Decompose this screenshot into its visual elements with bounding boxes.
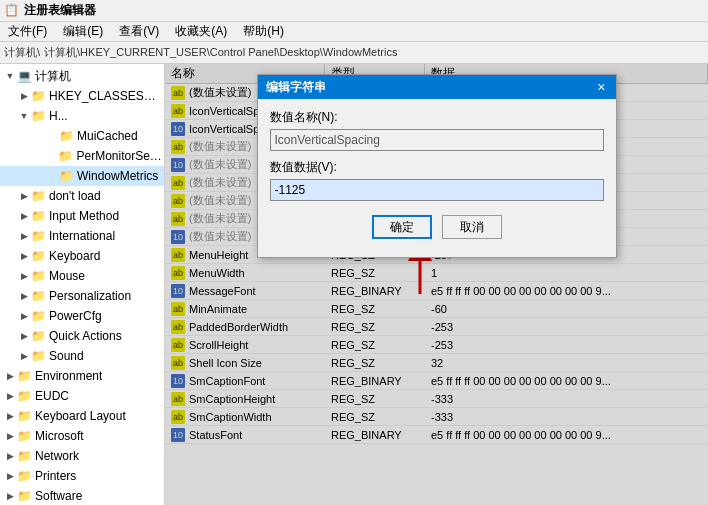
dialog-cancel-button[interactable]: 取消 xyxy=(442,215,502,239)
dialog-title: 编辑字符串 xyxy=(266,79,326,96)
folder-icon-11: 📁 xyxy=(30,289,46,303)
folder-icon-12: 📁 xyxy=(30,309,46,323)
tree-item-20[interactable]: ▶📁Printers xyxy=(0,466,164,486)
tree-arrow-2: ▼ xyxy=(18,110,30,122)
folder-icon-15: 📁 xyxy=(16,369,32,383)
tree-item-3[interactable]: 📁MuiCached xyxy=(0,126,164,146)
folder-icon-5: 📁 xyxy=(58,169,74,183)
tree-arrow-19: ▶ xyxy=(4,450,16,462)
tree-arrow-14: ▶ xyxy=(18,350,30,362)
menu-item-0[interactable]: 文件(F) xyxy=(4,23,51,40)
folder-icon-7: 📁 xyxy=(30,209,46,223)
dialog-name-input[interactable] xyxy=(270,129,604,151)
tree-item-11[interactable]: ▶📁Personalization xyxy=(0,286,164,306)
tree-arrow-7: ▶ xyxy=(18,210,30,222)
menu-item-1[interactable]: 编辑(E) xyxy=(59,23,107,40)
folder-icon-6: 📁 xyxy=(30,189,46,203)
tree-item-0[interactable]: ▼💻计算机 xyxy=(0,66,164,86)
tree-label-1: HKEY_CLASSES_ROOT xyxy=(49,87,162,105)
tree-label-10: Mouse xyxy=(49,267,85,285)
folder-icon-13: 📁 xyxy=(30,329,46,343)
tree-item-18[interactable]: ▶📁Microsoft xyxy=(0,426,164,446)
tree-label-5: WindowMetrics xyxy=(77,167,158,185)
tree-label-17: Keyboard Layout xyxy=(35,407,126,425)
tree-label-19: Network xyxy=(35,447,79,465)
dialog-ok-button[interactable]: 确定 xyxy=(372,215,432,239)
tree-arrow-17: ▶ xyxy=(4,410,16,422)
address-bar: 计算机\ 计算机\HKEY_CURRENT_USER\Control Panel… xyxy=(0,42,708,64)
tree-item-17[interactable]: ▶📁Keyboard Layout xyxy=(0,406,164,426)
folder-icon-20: 📁 xyxy=(16,469,32,483)
tree-item-9[interactable]: ▶📁Keyboard xyxy=(0,246,164,266)
tree-label-14: Sound xyxy=(49,347,84,365)
tree-label-2: H... xyxy=(49,107,68,125)
tree-item-5[interactable]: 📁WindowMetrics xyxy=(0,166,164,186)
app-icon: 📋 xyxy=(4,3,20,19)
title-bar: 📋 注册表编辑器 xyxy=(0,0,708,22)
menu-item-3[interactable]: 收藏夹(A) xyxy=(171,23,231,40)
folder-icon-17: 📁 xyxy=(16,409,32,423)
dialog-name-row: 数值名称(N): xyxy=(270,109,604,151)
tree-item-4[interactable]: 📁PerMonitorSettin xyxy=(0,146,164,166)
tree-arrow-9: ▶ xyxy=(18,250,30,262)
dialog-overlay: 编辑字符串 × 数值名称(N): 数值数据(V): 确定 取消 xyxy=(165,64,708,505)
tree-item-16[interactable]: ▶📁EUDC xyxy=(0,386,164,406)
tree-item-10[interactable]: ▶📁Mouse xyxy=(0,266,164,286)
window-title: 注册表编辑器 xyxy=(24,2,96,19)
tree-arrow-21: ▶ xyxy=(4,490,16,502)
tree-item-1[interactable]: ▶📁HKEY_CLASSES_ROOT xyxy=(0,86,164,106)
dialog-data-row: 数值数据(V): xyxy=(270,159,604,201)
tree-item-7[interactable]: ▶📁Input Method xyxy=(0,206,164,226)
folder-icon-18: 📁 xyxy=(16,429,32,443)
menu-item-4[interactable]: 帮助(H) xyxy=(239,23,288,40)
tree-label-7: Input Method xyxy=(49,207,119,225)
edit-string-dialog: 编辑字符串 × 数值名称(N): 数值数据(V): 确定 取消 xyxy=(257,74,617,258)
tree-arrow-1: ▶ xyxy=(18,90,30,102)
main-area: ▼💻计算机▶📁HKEY_CLASSES_ROOT▼📁H...📁MuiCached… xyxy=(0,64,708,505)
tree-label-13: Quick Actions xyxy=(49,327,122,345)
tree-arrow-20: ▶ xyxy=(4,470,16,482)
tree-item-13[interactable]: ▶📁Quick Actions xyxy=(0,326,164,346)
folder-icon-10: 📁 xyxy=(30,269,46,283)
folder-icon-21: 📁 xyxy=(16,489,32,503)
folder-icon-19: 📁 xyxy=(16,449,32,463)
tree-label-11: Personalization xyxy=(49,287,131,305)
folder-icon-9: 📁 xyxy=(30,249,46,263)
tree-arrow-18: ▶ xyxy=(4,430,16,442)
tree-arrow-6: ▶ xyxy=(18,190,30,202)
tree-item-14[interactable]: ▶📁Sound xyxy=(0,346,164,366)
dialog-content: 数值名称(N): 数值数据(V): 确定 取消 xyxy=(258,99,616,257)
content-panel: 名称 类型 数据 ab(数值未设置)0x000000d8 (216)abIcon… xyxy=(165,64,708,505)
tree-item-12[interactable]: ▶📁PowerCfg xyxy=(0,306,164,326)
tree-label-3: MuiCached xyxy=(77,127,138,145)
menu-item-2[interactable]: 查看(V) xyxy=(115,23,163,40)
folder-icon-2: 📁 xyxy=(30,109,46,123)
tree-item-2[interactable]: ▼📁H... xyxy=(0,106,164,126)
dialog-name-label: 数值名称(N): xyxy=(270,109,604,126)
folder-icon-4: 📁 xyxy=(57,149,73,163)
dialog-title-bar: 编辑字符串 × xyxy=(258,75,616,99)
tree-label-20: Printers xyxy=(35,467,76,485)
tree-label-12: PowerCfg xyxy=(49,307,102,325)
tree-arrow-0: ▼ xyxy=(4,70,16,82)
tree-item-21[interactable]: ▶📁Software xyxy=(0,486,164,505)
tree-item-8[interactable]: ▶📁International xyxy=(0,226,164,246)
tree-arrow-10: ▶ xyxy=(18,270,30,282)
address-path: 计算机\HKEY_CURRENT_USER\Control Panel\Desk… xyxy=(44,45,397,60)
dialog-data-label: 数值数据(V): xyxy=(270,159,604,176)
tree-arrow-13: ▶ xyxy=(18,330,30,342)
tree-item-15[interactable]: ▶📁Environment xyxy=(0,366,164,386)
dialog-data-input[interactable] xyxy=(270,179,604,201)
tree-label-4: PerMonitorSettin xyxy=(76,147,162,165)
tree-label-8: International xyxy=(49,227,115,245)
tree-item-6[interactable]: ▶📁don't load xyxy=(0,186,164,206)
folder-icon-8: 📁 xyxy=(30,229,46,243)
tree-label-9: Keyboard xyxy=(49,247,100,265)
tree-item-19[interactable]: ▶📁Network xyxy=(0,446,164,466)
tree-label-16: EUDC xyxy=(35,387,69,405)
folder-icon-16: 📁 xyxy=(16,389,32,403)
tree-arrow-15: ▶ xyxy=(4,370,16,382)
menu-bar: 文件(F)编辑(E)查看(V)收藏夹(A)帮助(H) xyxy=(0,22,708,42)
dialog-close-button[interactable]: × xyxy=(595,80,607,94)
tree-label-6: don't load xyxy=(49,187,101,205)
